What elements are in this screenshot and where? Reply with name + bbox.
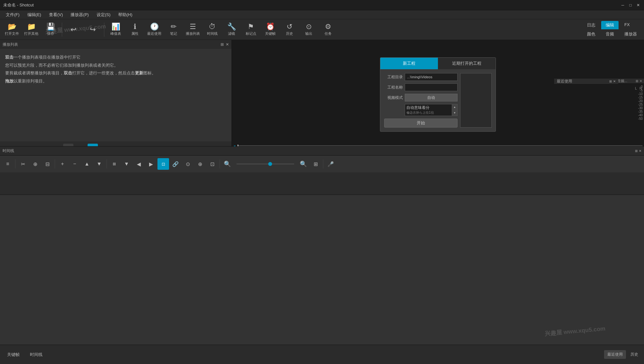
filters-button[interactable]: 🔧 滤镜	[222, 20, 241, 39]
spinner-down-btn[interactable]: ▼	[452, 110, 457, 116]
tl-menu-btn[interactable]: ≡	[2, 158, 14, 170]
bottom-tab-keyframes[interactable]: 关键帧	[3, 350, 24, 359]
export-label: 输出	[305, 31, 312, 36]
timeline-button[interactable]: ⏱ 时间线	[203, 20, 222, 39]
video-mode-auto-btn[interactable]: 自动	[405, 94, 458, 101]
tl-ripple2-btn[interactable]: ⊙	[182, 158, 194, 170]
tab-fx[interactable]: FX	[620, 21, 634, 29]
minimize-button[interactable]: ─	[620, 3, 625, 8]
undo-button[interactable]: ↩	[64, 20, 83, 39]
bottom-recently-tab[interactable]: 最近使用	[604, 350, 626, 359]
timeline-expand-icon[interactable]: ⊞	[635, 149, 638, 153]
recent-button[interactable]: 🕐 最近使用	[145, 20, 164, 39]
menu-view[interactable]: 查看(V)	[46, 11, 66, 19]
open-file-button[interactable]: 📂 打开文件	[3, 20, 21, 39]
dialog-left: 工程目录 工程名称 视频模式 自动	[384, 73, 458, 128]
peak-meter-icon: 📊	[111, 23, 120, 30]
project-dir-row: 工程目录	[384, 73, 458, 81]
auto-score-text: 自动意味着分 倫边古孙ら上往1往	[405, 104, 452, 116]
dialog-overlay: 新工程 近期打开的工程 工程目录 工程名称 视频	[232, 40, 644, 149]
maximize-button[interactable]: □	[628, 3, 633, 8]
tl-down-btn[interactable]: ▼	[93, 158, 105, 170]
tl-up-btn[interactable]: ▲	[81, 158, 93, 170]
playlist-close-icon[interactable]: ✕	[226, 42, 229, 47]
markers-label: 标记点	[246, 31, 256, 36]
start-button[interactable]: 开始	[384, 119, 458, 128]
tl-dropdown-btn[interactable]: ▼	[121, 158, 132, 170]
peak-meter-button[interactable]: 📊 峰值表	[106, 20, 125, 39]
tl-copy-btn[interactable]: ⊕	[29, 158, 41, 170]
playlist-instruction-4: 拖放以重新排列项目。	[5, 77, 226, 85]
main-toolbar: 📂 打开文件 📁 打开其他 💾 保存 ↩ ↪ 📊 峰值表 ℹ 属性 🕐 最近使用…	[0, 19, 644, 40]
menu-settings[interactable]: 设定(S)	[93, 11, 114, 19]
menu-help[interactable]: 帮助(H)	[115, 11, 136, 19]
properties-button[interactable]: ℹ 属性	[126, 20, 144, 39]
tl-prev-btn[interactable]: ◀	[133, 158, 145, 170]
menu-file[interactable]: 文件(F)	[3, 11, 23, 19]
tl-sep-3	[107, 159, 107, 168]
tab-log[interactable]: 日志	[582, 21, 600, 29]
save-button[interactable]: 💾 保存	[41, 20, 60, 39]
spinner-up-btn[interactable]: ▲	[452, 104, 457, 110]
tl-split-btn[interactable]: ⊠	[109, 158, 120, 170]
menu-player[interactable]: 播放器(P)	[67, 11, 92, 19]
dialog-tab-new[interactable]: 新工程	[380, 58, 438, 69]
history-label: 历史	[286, 31, 293, 36]
toolbar-separator-2	[104, 23, 104, 37]
tl-paste-btn[interactable]: ⊟	[42, 158, 53, 170]
open-other-button[interactable]: 📁 打开其他	[22, 20, 41, 39]
tl-cut-btn[interactable]: ✂	[17, 158, 29, 170]
dialog-recent-panel	[460, 73, 492, 128]
playlist-header-icons: ⊞ ✕	[221, 42, 229, 47]
keyframes-button[interactable]: ⏰ 关键帧	[261, 20, 279, 39]
playlist-expand-icon[interactable]: ⊞	[221, 42, 224, 47]
redo-button[interactable]: ↪	[83, 20, 102, 39]
keyframes-icon: ⏰	[266, 23, 275, 30]
dialog-tabs: 新工程 近期打开的工程	[380, 58, 496, 69]
player-area: 新工程 近期打开的工程 工程目录 工程名称 视频	[232, 40, 644, 165]
export-icon: ⊙	[306, 23, 312, 30]
new-project-dialog: 新工程 近期打开的工程 工程目录 工程名称 视频	[380, 57, 496, 132]
export-button[interactable]: ⊙ 输出	[299, 20, 318, 39]
tl-shield-btn[interactable]: ⊡	[206, 158, 218, 170]
open-file-icon: 📂	[8, 23, 16, 30]
tl-remove-btn[interactable]: −	[69, 158, 80, 170]
notes-button[interactable]: ✏ 笔记	[164, 20, 183, 39]
dialog-tab-recent[interactable]: 近期打开的工程	[438, 58, 496, 69]
tasks-button[interactable]: ⚙ 任务	[319, 20, 337, 39]
menu-edit[interactable]: 编辑(E)	[24, 11, 44, 19]
bottom-history-tab[interactable]: 历史	[627, 350, 641, 359]
tl-mic-btn[interactable]: 🎤	[325, 158, 336, 170]
auto-score-spinner: 自动意味着分 倫边古孙ら上往1往 ▲ ▼	[405, 104, 458, 116]
tl-snap-btn[interactable]: ⊡	[157, 158, 169, 170]
tl-ripple-btn[interactable]: 🔗	[170, 158, 181, 170]
tab-audio[interactable]: 音频	[601, 30, 619, 38]
tl-ripple3-btn[interactable]: ⊕	[194, 158, 206, 170]
project-name-input[interactable]	[405, 83, 458, 91]
open-file-label: 打开文件	[5, 31, 19, 36]
recent-icon: 🕐	[150, 23, 159, 30]
tl-zoom-in-btn[interactable]: 🔍	[298, 158, 309, 170]
tab-player[interactable]: 播放器	[620, 30, 641, 38]
history-button[interactable]: ↺ 历史	[280, 20, 299, 39]
project-dir-input[interactable]	[405, 73, 458, 81]
tl-sep-4	[220, 159, 220, 168]
open-other-icon: 📁	[27, 23, 36, 30]
timeline-close-icon[interactable]: ✕	[639, 149, 641, 153]
playlist-content: 双击一个播放列表项目在播放器中打开它 您可以预览片段，而不必将它们添加到播放列表…	[0, 49, 232, 141]
tab-edit[interactable]: 编辑	[601, 21, 619, 29]
playlist-button[interactable]: ☰ 播放列表	[184, 20, 202, 39]
zoom-thumb	[268, 162, 272, 166]
zoom-slider[interactable]	[236, 163, 294, 165]
open-other-label: 打开其他	[24, 31, 38, 36]
bottom-right-tabs: 最近使用 历史	[604, 350, 641, 359]
bottom-tab-timeline[interactable]: 时间线	[25, 350, 47, 359]
tl-add-btn[interactable]: +	[57, 158, 68, 170]
tab-color[interactable]: 颜色	[582, 30, 600, 38]
markers-button[interactable]: ⚑ 标记点	[242, 20, 260, 39]
work-area	[0, 195, 644, 345]
tl-fit-btn[interactable]: ⊞	[310, 158, 321, 170]
tl-next-btn[interactable]: ▶	[145, 158, 157, 170]
tl-zoom-out-btn[interactable]: 🔍	[222, 158, 233, 170]
close-button[interactable]: ✕	[636, 3, 641, 8]
